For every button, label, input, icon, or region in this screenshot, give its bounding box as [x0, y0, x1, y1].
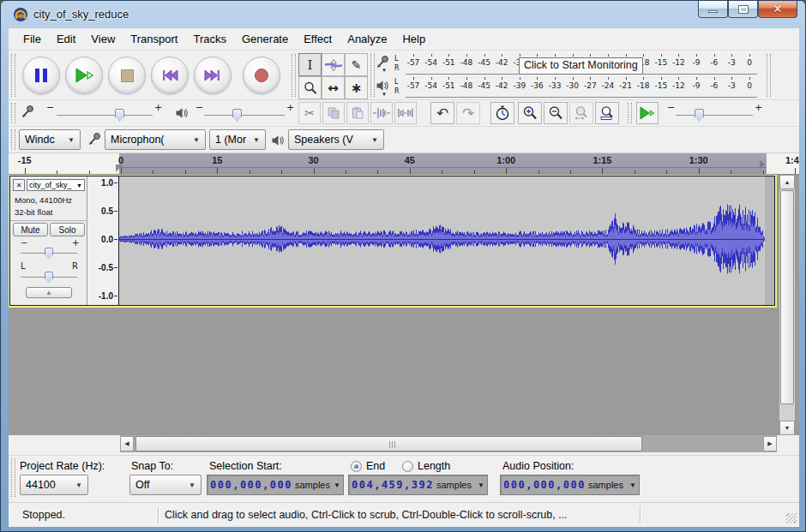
menu-item-analyze[interactable]: Analyze: [340, 30, 394, 48]
horizontal-scrollbar-thumb[interactable]: [135, 436, 642, 451]
minimize-button[interactable]: [698, 1, 728, 18]
tools-toolbar-grip[interactable]: [292, 54, 296, 97]
scroll-right-button[interactable]: ▶: [763, 436, 777, 451]
meter-dropdown-arrow-icon[interactable]: ▼: [382, 92, 387, 97]
recording-device-select[interactable]: Microphon(▼: [105, 129, 206, 150]
mixer-toolbar-grip[interactable]: [11, 103, 15, 123]
cut-button[interactable]: ✂: [298, 102, 321, 124]
menu-item-tracks[interactable]: Tracks: [185, 30, 234, 48]
scroll-down-button[interactable]: ▼: [779, 421, 795, 435]
chevron-down-icon[interactable]: ▼: [629, 481, 636, 489]
selection-tool-button[interactable]: I: [298, 53, 322, 76]
menu-item-transport[interactable]: Transport: [123, 30, 185, 48]
output-volume-thumb[interactable]: [232, 109, 242, 122]
fit-selection-button[interactable]: [569, 102, 593, 124]
menu-item-help[interactable]: Help: [394, 30, 433, 48]
restore-button[interactable]: [728, 1, 758, 18]
vertical-scrollbar[interactable]: ▲ ▼: [779, 175, 795, 435]
chevron-down-icon[interactable]: ▼: [334, 481, 340, 489]
envelope-tool-button[interactable]: [322, 53, 345, 76]
playback-device-select[interactable]: Speakers (V▼: [288, 129, 384, 150]
envelope-tool-icon: [324, 58, 343, 72]
playback-meter[interactable]: ▼ L R -57-54-51-48-45-42-39-36-33-30-27-…: [376, 76, 763, 99]
gain-slider[interactable]: [21, 253, 77, 254]
snap-to-select[interactable]: Off▼: [129, 475, 202, 495]
waveform-region[interactable]: [119, 176, 765, 305]
end-radio-label[interactable]: End: [366, 460, 385, 472]
gain-thumb[interactable]: [45, 248, 53, 259]
selection-start-label: Selection Start:: [209, 460, 282, 472]
paste-button[interactable]: [346, 102, 369, 124]
draw-tool-button[interactable]: ✎: [345, 53, 368, 76]
menu-item-edit[interactable]: Edit: [49, 30, 83, 48]
record-button[interactable]: [243, 57, 280, 94]
zoom-tool-button[interactable]: [298, 76, 322, 99]
input-volume-thumb[interactable]: [115, 109, 124, 122]
playback-speed-thumb[interactable]: [695, 109, 704, 122]
track-name-menu[interactable]: city_of_sky_ ▼: [27, 179, 85, 191]
track-close-button[interactable]: ✕: [13, 179, 25, 191]
fit-project-button[interactable]: [595, 102, 619, 124]
timeline-ruler[interactable]: -1501530451:001:151:301:45: [9, 153, 799, 175]
zoom-in-button[interactable]: [518, 102, 542, 124]
audio-position-field[interactable]: 000,000,000 samples ▼: [500, 475, 640, 495]
redo-button[interactable]: ↷: [456, 102, 480, 124]
track-format-line2: 32-bit float: [15, 207, 52, 217]
pan-slider[interactable]: [21, 277, 77, 278]
play-button[interactable]: [65, 57, 103, 94]
input-volume-slider[interactable]: [57, 115, 153, 116]
gain-min-label: −: [21, 238, 27, 248]
length-radio[interactable]: [402, 461, 413, 472]
output-volume-slider[interactable]: [204, 115, 285, 116]
length-radio-label[interactable]: Length: [418, 460, 450, 472]
menu-item-effect[interactable]: Effect: [296, 30, 340, 48]
undo-button[interactable]: ↶: [430, 102, 454, 124]
silence-audio-button[interactable]: [394, 102, 417, 124]
menu-item-view[interactable]: View: [83, 30, 123, 48]
multi-tool-button[interactable]: ∗: [345, 76, 368, 99]
transport-toolbar-grip[interactable]: [11, 54, 15, 97]
skip-to-start-button[interactable]: [151, 57, 189, 94]
title-bar[interactable]: city_of_sky_reduce ✕: [1, 1, 806, 28]
meter-toolbar-resizer[interactable]: [767, 54, 771, 97]
scroll-up-button[interactable]: ▲: [779, 175, 795, 189]
close-button[interactable]: ✕: [758, 1, 797, 18]
sync-lock-button[interactable]: [490, 102, 514, 124]
menu-item-file[interactable]: File: [15, 30, 49, 48]
copy-button[interactable]: [322, 102, 345, 124]
zoom-tool-icon: [304, 81, 317, 95]
track-area[interactable]: ✕ city_of_sky_ ▼ Mono, 44100Hz 32-bit fl…: [9, 175, 799, 435]
meter-toolbar-grip[interactable]: [370, 54, 375, 97]
selection-start-field[interactable]: 000,000,000 samples ▼: [207, 475, 344, 495]
trim-audio-button[interactable]: [370, 102, 393, 124]
skip-to-end-button[interactable]: [194, 57, 232, 94]
solo-button[interactable]: Solo: [50, 223, 85, 236]
selection-toolbar-grip[interactable]: [11, 458, 15, 497]
collapse-track-button[interactable]: ▲: [26, 287, 72, 298]
device-toolbar-grip[interactable]: [11, 129, 15, 150]
playback-speed-slider[interactable]: [676, 115, 753, 116]
chevron-down-icon[interactable]: ▼: [478, 481, 484, 489]
pan-thumb[interactable]: [45, 272, 53, 283]
time-shift-tool-button[interactable]: ↔: [322, 76, 345, 99]
zoom-out-button[interactable]: [544, 102, 568, 124]
audio-track[interactable]: ✕ city_of_sky_ ▼ Mono, 44100Hz 32-bit fl…: [9, 176, 775, 306]
audio-host-select[interactable]: Windc▼: [19, 129, 81, 150]
selection-end-field[interactable]: 004,459,392 samples ▼: [348, 475, 488, 495]
project-rate-select[interactable]: 44100▼: [20, 475, 88, 495]
vertical-scrollbar-thumb[interactable]: [780, 190, 794, 404]
play-at-speed-button[interactable]: [636, 102, 659, 124]
horizontal-scrollbar-row: ◀ ▶: [9, 435, 799, 452]
meter-dropdown-arrow-icon[interactable]: ▼: [382, 68, 387, 73]
end-radio[interactable]: [351, 461, 362, 472]
resize-grip[interactable]: [786, 513, 797, 523]
mute-button[interactable]: Mute: [13, 223, 48, 236]
recording-channels-select[interactable]: 1 (Mor▼: [209, 129, 266, 150]
horizontal-scrollbar[interactable]: ◀ ▶: [120, 435, 777, 452]
menu-item-generate[interactable]: Generate: [234, 30, 296, 48]
stop-button[interactable]: [108, 57, 146, 94]
pause-button[interactable]: [22, 57, 60, 94]
transcription-toolbar-grip[interactable]: [628, 103, 632, 123]
scroll-left-button[interactable]: ◀: [120, 436, 134, 451]
waveform-canvas[interactable]: [119, 176, 765, 302]
